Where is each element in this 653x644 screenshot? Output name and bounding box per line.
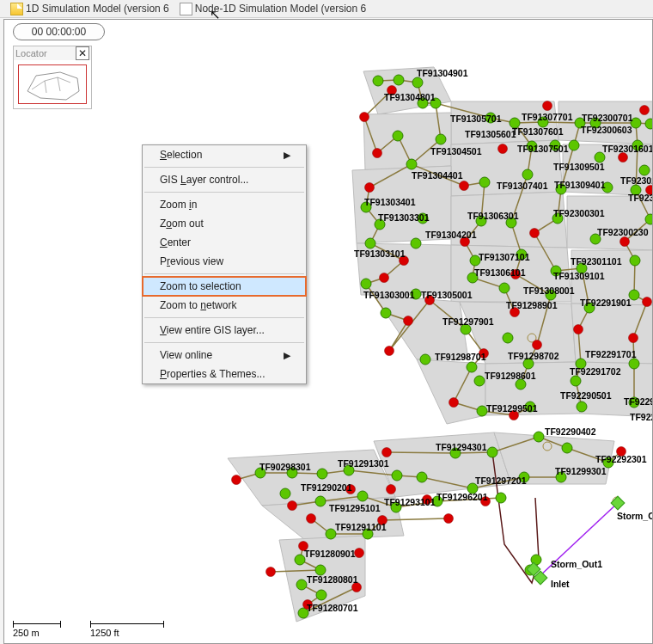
node-green[interactable]: [467, 483, 478, 494]
node-red[interactable]: [388, 86, 397, 95]
tab-node-sim-model[interactable]: Node-1D Simulation Model (version 6: [174, 1, 371, 16]
node-green[interactable]: [317, 469, 327, 479]
node-red[interactable]: [400, 256, 409, 266]
node-green[interactable]: [357, 491, 368, 501]
node-green[interactable]: [381, 308, 391, 318]
node-green[interactable]: [577, 402, 587, 412]
node-green[interactable]: [631, 118, 641, 128]
node-red[interactable]: [360, 113, 369, 122]
node-green[interactable]: [361, 279, 371, 289]
node-green[interactable]: [516, 249, 527, 260]
node-red[interactable]: [423, 495, 432, 505]
node-red[interactable]: [373, 149, 382, 158]
node-green[interactable]: [629, 290, 639, 300]
node-green[interactable]: [602, 182, 613, 193]
node-red[interactable]: [530, 229, 540, 238]
node-red[interactable]: [620, 237, 630, 247]
node-red[interactable]: [266, 567, 276, 577]
node-red[interactable]: [498, 144, 508, 154]
menu-item-properties-themes[interactable]: Properties & Themes...: [143, 365, 306, 383]
node-green[interactable]: [523, 359, 534, 369]
node-green[interactable]: [479, 177, 490, 187]
node-green[interactable]: [392, 470, 402, 481]
node-green[interactable]: [645, 214, 652, 224]
node-green[interactable]: [496, 493, 506, 503]
node-red[interactable]: [444, 514, 454, 524]
node-green[interactable]: [298, 608, 308, 618]
node-green[interactable]: [315, 565, 326, 575]
node-green[interactable]: [417, 472, 427, 482]
node-green[interactable]: [365, 238, 375, 248]
node-green[interactable]: [373, 76, 383, 86]
node-red[interactable]: [460, 181, 469, 191]
menu-item-gis-layer-control[interactable]: GIS Layer control...: [143, 170, 306, 189]
node-green[interactable]: [551, 266, 561, 276]
node-red[interactable]: [378, 516, 388, 525]
node-green[interactable]: [394, 75, 404, 85]
node-red[interactable]: [355, 549, 364, 558]
node-green[interactable]: [420, 354, 430, 365]
menu-item-zoom-in[interactable]: Zoom in: [143, 195, 306, 214]
node-green[interactable]: [516, 379, 526, 389]
node-red[interactable]: [449, 398, 459, 408]
network-canvas[interactable]: TF91304901TF91304801TF91305701TF91307701…: [4, 20, 652, 643]
node-green[interactable]: [556, 184, 566, 194]
node-red[interactable]: [382, 448, 392, 457]
node-green[interactable]: [525, 402, 535, 412]
node-green[interactable]: [296, 580, 307, 590]
node-red[interactable]: [232, 475, 241, 485]
node-green[interactable]: [506, 218, 516, 228]
node-green[interactable]: [295, 555, 305, 565]
node-green[interactable]: [571, 376, 581, 386]
node-green[interactable]: [393, 131, 403, 141]
node-red[interactable]: [307, 514, 316, 524]
node-red[interactable]: [461, 237, 470, 247]
node-green[interactable]: [485, 113, 496, 123]
node-red[interactable]: [479, 349, 489, 359]
node-red[interactable]: [352, 583, 362, 592]
node-green[interactable]: [630, 255, 640, 266]
node-green[interactable]: [477, 406, 487, 416]
node-green[interactable]: [476, 216, 486, 226]
node-green[interactable]: [467, 362, 477, 372]
node-green[interactable]: [552, 213, 563, 224]
node-green[interactable]: [418, 98, 428, 108]
node-green[interactable]: [461, 324, 471, 334]
node-red[interactable]: [617, 447, 626, 457]
node-green[interactable]: [467, 273, 478, 283]
node-red[interactable]: [365, 183, 375, 193]
menu-item-selection[interactable]: Selection▶: [143, 145, 306, 164]
menu-item-center[interactable]: Center: [143, 233, 306, 252]
menu-item-view-entire-gis-layer[interactable]: View entire GIS layer...: [143, 321, 306, 340]
node-green[interactable]: [527, 141, 537, 151]
node-green[interactable]: [470, 255, 480, 266]
node-green[interactable]: [411, 289, 421, 299]
node-red[interactable]: [533, 340, 542, 350]
node-green[interactable]: [595, 152, 605, 163]
node-red[interactable]: [543, 101, 552, 111]
node-green[interactable]: [632, 140, 643, 150]
node-red[interactable]: [510, 411, 519, 420]
node-red[interactable]: [288, 501, 297, 511]
node-green[interactable]: [575, 118, 585, 128]
tab-sim-model-1[interactable]: 1D Simulation Model (version 6: [5, 1, 174, 16]
node-green[interactable]: [412, 77, 423, 88]
node-green[interactable]: [344, 465, 354, 475]
menu-item-previous-view[interactable]: Previous view: [143, 252, 306, 271]
node-green[interactable]: [584, 303, 595, 313]
node-red[interactable]: [380, 273, 389, 283]
node-green[interactable]: [645, 119, 652, 129]
node-green[interactable]: [406, 159, 417, 169]
node-green[interactable]: [639, 165, 650, 175]
node-green[interactable]: [538, 117, 548, 127]
node-green[interactable]: [315, 496, 326, 506]
node-green[interactable]: [450, 448, 461, 458]
node-green[interactable]: [569, 140, 579, 150]
node-green[interactable]: [590, 234, 601, 244]
node-green[interactable]: [550, 140, 560, 150]
node-red[interactable]: [481, 497, 491, 506]
node-green[interactable]: [629, 359, 639, 369]
node-green[interactable]: [519, 472, 529, 482]
node-green[interactable]: [590, 118, 601, 128]
node-green[interactable]: [432, 496, 442, 506]
